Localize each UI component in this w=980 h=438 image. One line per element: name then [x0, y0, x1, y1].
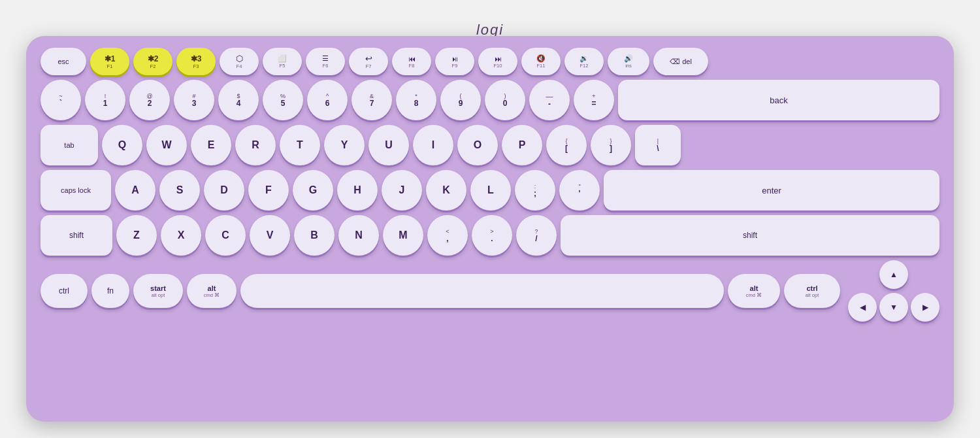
key-c[interactable]: C [205, 215, 246, 256]
key-8[interactable]: * 8 [396, 80, 436, 120]
key-1[interactable]: ! 1 [85, 80, 125, 120]
key-fn[interactable]: fn [91, 274, 129, 308]
key-spacebar[interactable] [240, 274, 724, 308]
key-alt-right[interactable]: alt cmd ⌘ [728, 274, 780, 308]
key-lbracket[interactable]: { [ [546, 125, 587, 165]
keyboard-body: esc ✱1 F1 ✱2 F2 ✱3 F3 ⬡ F4 ⬜ [26, 36, 954, 422]
key-backslash[interactable]: | \ [635, 125, 681, 165]
key-slash[interactable]: ? / [516, 215, 557, 256]
key-backspace[interactable]: back [618, 80, 939, 120]
fn-row: esc ✱1 F1 ✱2 F2 ✱3 F3 ⬡ F4 ⬜ [41, 48, 939, 75]
key-start[interactable]: start alt opt [133, 274, 183, 308]
key-f9[interactable]: ⏯ F9 [435, 48, 474, 75]
key-l[interactable]: L [470, 170, 511, 211]
key-f4[interactable]: ⬡ F4 [220, 48, 259, 75]
key-arrow-right[interactable]: ▶ [911, 293, 939, 322]
key-f6[interactable]: ☰ F6 [306, 48, 345, 75]
key-alt-left[interactable]: alt cmd ⌘ [187, 274, 237, 308]
key-x[interactable]: X [161, 215, 201, 256]
key-f8[interactable]: ⏮ F8 [392, 48, 431, 75]
key-m[interactable]: M [383, 215, 423, 256]
key-comma[interactable]: < , [427, 215, 468, 256]
key-arrow-down[interactable]: ▼ [879, 293, 908, 322]
key-f5[interactable]: ⬜ F5 [263, 48, 302, 75]
key-r[interactable]: R [235, 125, 276, 165]
key-tilde[interactable]: ~ ` [41, 80, 81, 120]
key-arrow-up[interactable]: ▲ [879, 260, 908, 289]
key-t[interactable]: T [280, 125, 320, 165]
key-e[interactable]: E [191, 125, 231, 165]
key-shift-right[interactable]: shift [561, 215, 939, 256]
arrow-cluster: ▲ ◀ ▼ ▶ [848, 260, 939, 322]
key-6[interactable]: ^ 6 [307, 80, 348, 120]
key-esc[interactable]: esc [41, 48, 86, 75]
key-f11[interactable]: 🔇 F11 [521, 48, 561, 75]
key-v[interactable]: V [250, 215, 290, 256]
key-7[interactable]: & 7 [351, 80, 392, 120]
key-a[interactable]: A [115, 170, 155, 211]
key-semicolon[interactable]: : ; [515, 170, 555, 211]
key-9[interactable]: ( 9 [440, 80, 481, 120]
shift-row: shift Z X C V B N M < , > . ? / sh [41, 215, 939, 256]
key-2[interactable]: @ 2 [129, 80, 170, 120]
key-z[interactable]: Z [116, 215, 157, 256]
key-f10[interactable]: ⏭ F10 [478, 48, 517, 75]
keyboard-wrapper: logi esc ✱1 F1 ✱2 F2 ✱3 F3 [26, 16, 954, 422]
key-g[interactable]: G [293, 170, 333, 211]
key-5[interactable]: % 5 [263, 80, 303, 120]
key-u[interactable]: U [368, 125, 409, 165]
key-bt2[interactable]: ✱2 F2 [133, 48, 172, 75]
key-s[interactable]: S [159, 170, 200, 211]
key-n[interactable]: N [338, 215, 379, 256]
key-p[interactable]: P [502, 125, 542, 165]
key-bt3[interactable]: ✱3 F3 [176, 48, 216, 75]
key-j[interactable]: J [382, 170, 422, 211]
key-quote[interactable]: " ' [559, 170, 600, 211]
key-enter[interactable]: enter [604, 170, 939, 211]
key-caps-lock[interactable]: caps lock [41, 170, 111, 211]
key-del[interactable]: ⌫ del [653, 48, 708, 75]
key-equals[interactable]: + = [574, 80, 614, 120]
key-q[interactable]: Q [102, 125, 142, 165]
key-f[interactable]: F [248, 170, 289, 211]
key-k[interactable]: K [426, 170, 466, 211]
key-arrow-left[interactable]: ◀ [848, 293, 877, 322]
key-3[interactable]: # 3 [174, 80, 214, 120]
key-b[interactable]: B [294, 215, 335, 256]
key-i[interactable]: I [413, 125, 453, 165]
key-h[interactable]: H [337, 170, 378, 211]
key-ctrl-right[interactable]: ctrl alt opt [784, 274, 840, 308]
key-f12[interactable]: 🔉 F12 [564, 48, 604, 75]
key-f7[interactable]: ↩ F7 [349, 48, 388, 75]
home-row: caps lock A S D F G H J K L : ; " ' ente… [41, 170, 939, 211]
key-rbracket[interactable]: } ] [591, 125, 631, 165]
key-bt1[interactable]: ✱1 F1 [90, 48, 129, 75]
bottom-row: ctrl fn start alt opt alt cmd ⌘ alt cmd … [41, 260, 939, 322]
key-4[interactable]: $ 4 [218, 80, 259, 120]
key-tab[interactable]: tab [41, 125, 98, 165]
key-minus[interactable]: — - [529, 80, 570, 120]
qwerty-row: tab Q W E R T Y U I O P { [ } ] | \ [41, 125, 939, 165]
key-y[interactable]: Y [324, 125, 365, 165]
key-o[interactable]: O [457, 125, 498, 165]
key-period[interactable]: > . [472, 215, 512, 256]
key-ins[interactable]: 🔊 ins [608, 48, 649, 75]
key-shift-left[interactable]: shift [41, 215, 112, 256]
key-ctrl-left[interactable]: ctrl [41, 274, 88, 308]
number-row: ~ ` ! 1 @ 2 # 3 $ 4 [41, 80, 939, 120]
key-0[interactable]: ) 0 [485, 80, 525, 120]
key-w[interactable]: W [146, 125, 187, 165]
key-d[interactable]: D [204, 170, 244, 211]
